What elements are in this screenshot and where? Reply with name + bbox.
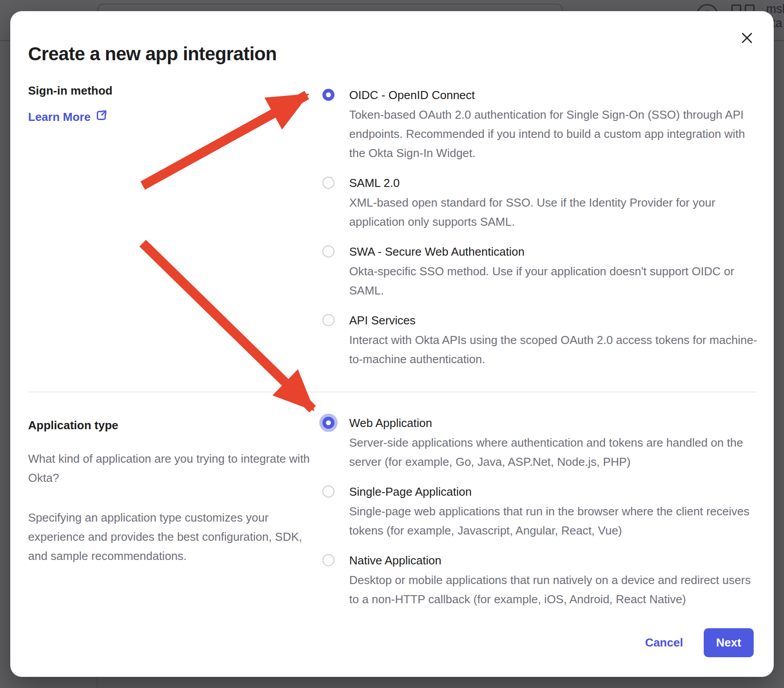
option-native-application[interactable]: Native Application Desktop or mobile app… [322,552,764,609]
option-description: Single-page web applications that run in… [349,502,762,540]
next-button[interactable]: Next [704,628,754,657]
application-type-label: Application type [28,418,314,432]
option-description: Token-based OAuth 2.0 authentication for… [349,105,762,163]
radio-saml[interactable] [322,177,334,189]
application-type-question: What kind of application are you trying … [28,449,314,488]
section-divider [28,392,757,392]
option-saml[interactable]: SAML 2.0 XML-based open standard for SSO… [322,175,764,232]
option-oidc-text: OIDC - OpenID Connect Token-based OAuth … [349,87,762,163]
sign-in-method-column: Sign-in method Learn More [28,83,287,124]
option-single-page-application[interactable]: Single-Page Application Single-page web … [322,484,764,540]
close-icon[interactable] [740,31,754,45]
option-description: Interact with Okta APIs using the scoped… [349,331,762,369]
option-description: XML-based open standard for SSO. Use if … [349,193,762,232]
dialog-title: Create a new app integration [28,43,276,65]
radio-web-application-selected[interactable] [322,417,334,429]
learn-more-link[interactable]: Learn More [28,109,287,124]
application-type-column: Application type What kind of applicatio… [28,418,314,566]
option-api-services[interactable]: API Services Interact with Okta APIs usi… [322,312,764,369]
option-swa-text: SWA - Secure Web Authentication Okta-spe… [349,244,762,300]
radio-single-page-application[interactable] [322,485,334,497]
dialog-footer: Cancel Next [645,628,754,657]
radio-oidc-selected[interactable] [322,89,334,101]
option-label: OIDC - OpenID Connect [349,87,762,103]
radio-swa[interactable] [322,245,334,257]
option-label: API Services [349,312,762,328]
option-label: SAML 2.0 [349,175,762,191]
option-label: SWA - Secure Web Authentication [349,244,762,260]
sign-in-method-options: OIDC - OpenID Connect Token-based OAuth … [322,87,764,381]
option-description: Desktop or mobile applications that run … [349,571,762,609]
sign-in-method-label: Sign-in method [28,83,287,98]
application-type-options: Web Application Server-side applications… [322,415,764,621]
option-description: Server-side applications where authentic… [349,433,762,472]
radio-native-application[interactable] [322,554,334,566]
option-swa[interactable]: SWA - Secure Web Authentication Okta-spe… [322,244,764,300]
application-type-help-text: Specifying an application type customize… [28,508,314,566]
option-label: Single-Page Application [349,484,762,500]
option-native-application-text: Native Application Desktop or mobile app… [349,552,762,609]
option-single-page-application-text: Single-Page Application Single-page web … [349,484,762,540]
create-app-integration-dialog: Create a new app integration Sign-in met… [10,11,774,677]
external-link-icon [95,109,107,124]
learn-more-label: Learn More [28,110,91,124]
option-label: Native Application [349,552,762,568]
option-web-application[interactable]: Web Application Server-side applications… [322,415,764,472]
option-saml-text: SAML 2.0 XML-based open standard for SSO… [349,175,762,232]
option-oidc[interactable]: OIDC - OpenID Connect Token-based OAuth … [322,87,764,163]
option-description: Okta-specific SSO method. Use if your ap… [349,262,762,300]
cancel-button[interactable]: Cancel [645,636,683,650]
option-web-application-text: Web Application Server-side applications… [349,415,762,472]
option-label: Web Application [349,415,762,431]
radio-api-services[interactable] [322,314,334,326]
option-api-services-text: API Services Interact with Okta APIs usi… [349,312,762,369]
